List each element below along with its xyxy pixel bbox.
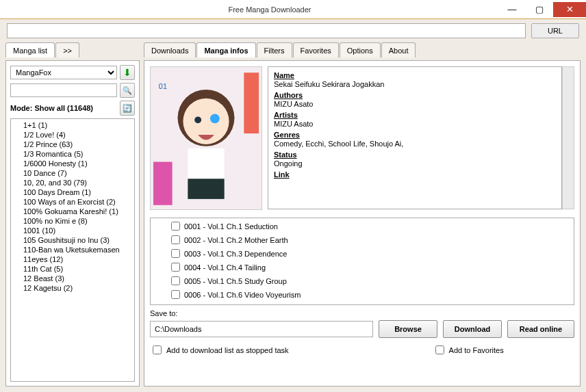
titlebar: Free Manga Downloader ― ▢ ✕ (0, 0, 586, 19)
search-icon: 🔍 (123, 86, 132, 95)
list-item[interactable]: 11eyes (12) (11, 254, 134, 264)
refresh-icon: 🔄 (123, 104, 132, 113)
right-tabs: Downloads Manga infos Filters Favorites … (144, 42, 581, 57)
url-input[interactable] (7, 23, 526, 38)
chapter-checkbox[interactable] (171, 290, 180, 299)
maximize-button[interactable]: ▢ (526, 2, 553, 17)
list-item[interactable]: 100 Days Dream (1) (11, 187, 134, 197)
svg-rect-6 (188, 179, 224, 199)
cover-image: 01 (150, 66, 262, 210)
chapter-item[interactable]: 0003 - Vol.1 Ch.3 Dependence (152, 247, 572, 261)
save-path-input[interactable] (150, 321, 373, 337)
search-button[interactable]: 🔍 (120, 83, 135, 98)
chapter-checkbox[interactable] (171, 276, 180, 285)
list-item[interactable]: 1/2 Love! (4) (11, 130, 134, 140)
chapter-item[interactable]: 0001 - Vol.1 Ch.1 Seduction (152, 220, 572, 233)
link-header: Link (274, 170, 556, 179)
list-item[interactable]: 1/2 Prince (63) (11, 140, 134, 149)
list-item[interactable]: 10, 20, and 30 (79) (11, 178, 134, 187)
add-favorites-checkbox[interactable]: Add to Favorites (433, 343, 504, 356)
tab-manga-infos[interactable]: Manga infos (196, 42, 255, 57)
tab-options[interactable]: Options (340, 42, 381, 57)
left-tabs: Manga list >> (5, 42, 140, 57)
mode-label: Mode: Show all (11648) (10, 102, 93, 114)
authors-value: MIZU Asato (274, 100, 556, 108)
browse-button[interactable]: Browse (379, 320, 437, 338)
tab-about[interactable]: About (381, 42, 416, 57)
url-button[interactable]: URL (531, 23, 579, 38)
list-item[interactable]: 100% Gokuama Kareshi! (1) (11, 207, 134, 216)
genres-value: Comedy, Ecchi, School Life, Shoujo Ai, (274, 140, 556, 148)
svg-text:01: 01 (159, 82, 167, 90)
search-input[interactable] (10, 83, 117, 97)
chapter-list[interactable]: 0001 - Vol.1 Ch.1 Seduction 0002 - Vol.1… (150, 218, 574, 305)
list-item[interactable]: 12 Kagetsu (2) (11, 283, 134, 293)
chapter-item[interactable]: 0006 - Vol.1 Ch.6 Video Voyeurism (152, 288, 572, 302)
url-bar: URL (0, 19, 586, 42)
chapter-item[interactable]: 0005 - Vol.1 Ch.5 Study Group (152, 274, 572, 288)
list-item[interactable]: 10 Dance (7) (11, 168, 134, 178)
add-stopped-checkbox[interactable]: Add to download list as stopped task (150, 343, 289, 356)
window-title: Free Manga Downloader (41, 5, 498, 14)
list-item[interactable]: 12 Beast (3) (11, 274, 134, 283)
read-online-button[interactable]: Read online (507, 320, 574, 338)
authors-header: Authors (274, 91, 556, 99)
chapter-item[interactable]: 0004 - Vol.1 Ch.4 Tailing (152, 261, 572, 274)
svg-rect-7 (244, 73, 259, 133)
download-icon: ⬇ (123, 67, 131, 78)
chapter-checkbox[interactable] (171, 249, 180, 258)
chapter-checkbox[interactable] (171, 235, 180, 244)
svg-point-3 (194, 116, 201, 123)
list-item[interactable]: 105 Goushitsuji no Inu (3) (11, 235, 134, 245)
save-to-label: Save to: (144, 308, 580, 319)
tab-downloads[interactable]: Downloads (144, 42, 196, 57)
name-header: Name (274, 71, 556, 79)
list-item[interactable]: 11th Cat (5) (11, 264, 134, 274)
tab-favorites[interactable]: Favorites (293, 42, 339, 57)
list-item[interactable]: 100% no Kimi e (8) (11, 216, 134, 226)
list-item[interactable]: 1/6000 Honesty (1) (11, 159, 134, 168)
tab-filters[interactable]: Filters (257, 42, 292, 57)
list-item[interactable]: 1001 (10) (11, 226, 134, 235)
svg-point-4 (210, 114, 220, 123)
manga-list[interactable]: 1+1 (1) 1/2 Love! (4) 1/2 Prince (63) 1/… (10, 118, 135, 382)
tab-manga-list[interactable]: Manga list (5, 42, 55, 57)
download-button[interactable]: Download (443, 320, 502, 338)
artists-header: Artists (274, 111, 556, 119)
list-item[interactable]: 1+1 (1) (11, 120, 134, 130)
info-panel: Name Sekai Seifuku Sekirara Jogakkan Aut… (268, 66, 562, 209)
status-header: Status (274, 151, 556, 159)
list-item[interactable]: 1/3 Romantica (5) (11, 149, 134, 159)
chapter-checkbox[interactable] (171, 263, 180, 272)
source-select[interactable]: MangaFox (10, 66, 117, 79)
list-item[interactable]: 110-Ban wa Uketsukemasen (11, 245, 134, 254)
status-value: Ongoing (274, 159, 556, 168)
close-button[interactable]: ✕ (553, 2, 586, 17)
genres-header: Genres (274, 131, 556, 139)
chapter-item[interactable]: 0002 - Vol.1 Ch.2 Mother Earth (152, 233, 572, 247)
info-scrollbar[interactable] (562, 66, 574, 209)
tab-expand[interactable]: >> (55, 42, 79, 57)
minimize-button[interactable]: ― (498, 2, 526, 17)
download-source-button[interactable]: ⬇ (120, 65, 135, 80)
chapter-checkbox[interactable] (171, 222, 180, 231)
svg-rect-8 (153, 162, 173, 205)
list-item[interactable]: 100 Ways of an Exorcist (2) (11, 197, 134, 207)
name-value: Sekai Seifuku Sekirara Jogakkan (274, 80, 556, 88)
refresh-button[interactable]: 🔄 (120, 101, 135, 116)
artists-value: MIZU Asato (274, 120, 556, 128)
